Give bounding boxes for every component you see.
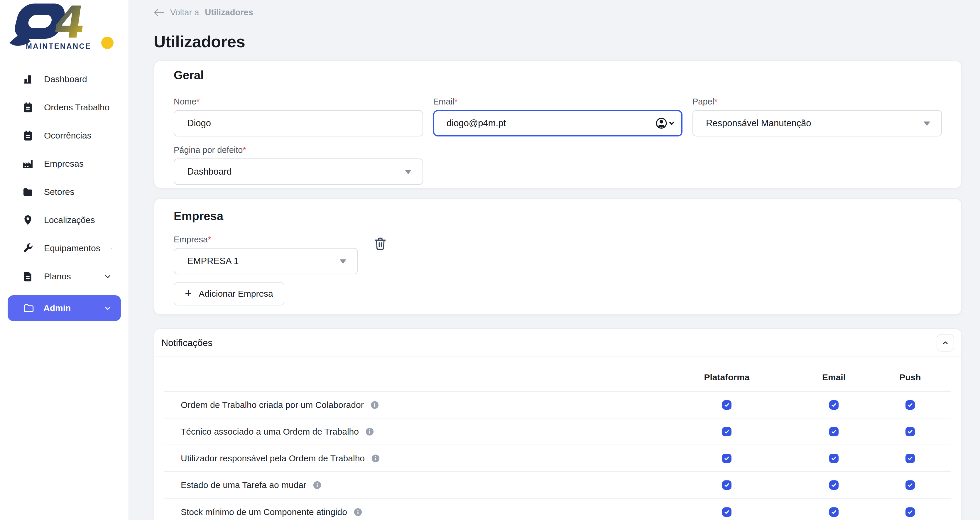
- document-icon: [22, 270, 34, 282]
- sidebar-item-ordens-trabalho[interactable]: Ordens Trabalho: [0, 93, 129, 121]
- checkbox-push[interactable]: [905, 507, 915, 517]
- table-row: Stock mínimo de um Componente atingido: [164, 499, 951, 520]
- sidebar-item-admin[interactable]: Admin: [8, 295, 121, 321]
- sidebar-item-label: Ordens Trabalho: [44, 102, 110, 112]
- clipboard-icon: [22, 102, 34, 113]
- checkbox-email[interactable]: [829, 427, 838, 436]
- checkbox-push[interactable]: [905, 480, 915, 490]
- chevron-down-icon: [111, 244, 112, 253]
- notification-row-label: Utilizador responsável pela Ordem de Tra…: [181, 453, 365, 463]
- trash-icon: [373, 236, 387, 252]
- nome-input[interactable]: [174, 110, 423, 137]
- email-label: Email*: [433, 97, 682, 107]
- info-icon[interactable]: [353, 508, 363, 517]
- table-row: Estado de uma Tarefa ao mudar: [164, 472, 951, 499]
- breadcrumb-target: Utilizadores: [205, 8, 253, 17]
- checkbox-email[interactable]: [829, 480, 838, 490]
- papel-label: Papel*: [692, 97, 942, 107]
- pagina-select[interactable]: Dashboard: [174, 159, 423, 185]
- brand-logo[interactable]: 4 MAINTENANCE: [0, 0, 129, 52]
- papel-selected-value: Responsável Manutenção: [706, 118, 928, 129]
- collapse-section-button[interactable]: [937, 334, 954, 351]
- section-empresa: Empresa Empresa* EMPRESA 1: [154, 198, 962, 315]
- field-email: Email*: [433, 97, 682, 137]
- email-input[interactable]: [433, 110, 682, 137]
- table-row: Técnico associado a uma Ordem de Trabalh…: [164, 418, 951, 445]
- sidebar-item-label: Admin: [43, 303, 71, 313]
- pagina-selected-value: Dashboard: [187, 166, 410, 177]
- page-title: Utilizadores: [154, 32, 962, 51]
- notification-row-label: Estado de uma Tarefa ao mudar: [181, 480, 306, 490]
- sidebar-item-planos[interactable]: Planos: [0, 262, 129, 291]
- required-mark: *: [196, 97, 199, 106]
- column-header-email: Email: [781, 372, 887, 382]
- section-geral: Geral Nome* Email* Papel: [154, 60, 962, 188]
- papel-select[interactable]: Responsável Manutenção: [692, 110, 942, 137]
- sidebar-item-setores[interactable]: Setores: [0, 178, 129, 206]
- notifications-table-header: Plataforma Email Push: [164, 357, 951, 392]
- plus-icon: +: [185, 287, 192, 299]
- pagina-label: Página por defeito*: [174, 145, 423, 155]
- field-papel: Papel* Responsável Manutenção: [692, 97, 942, 137]
- folder-icon: [22, 186, 34, 198]
- wrench-icon: [22, 242, 34, 254]
- checkbox-email[interactable]: [829, 400, 838, 410]
- svg-text:MAINTENANCE: MAINTENANCE: [26, 42, 91, 50]
- sidebar-item-dashboard[interactable]: Dashboard: [0, 65, 129, 93]
- sidebar-menu: Dashboard Ordens Trabalho Ocorrências Em…: [0, 52, 129, 321]
- main-content: Voltar a Utilizadores Utilizadores Geral…: [129, 0, 980, 520]
- dropdown-caret-icon: [924, 121, 930, 126]
- empresa-select[interactable]: EMPRESA 1: [174, 248, 358, 274]
- factory-icon: [22, 158, 34, 170]
- info-icon[interactable]: [365, 427, 374, 436]
- sidebar-item-localizacoes[interactable]: Localizações: [0, 206, 129, 234]
- notification-row-label: Stock mínimo de um Componente atingido: [181, 507, 347, 517]
- sidebar-item-ocorrencias[interactable]: Ocorrências: [0, 121, 129, 149]
- sidebar: 4 MAINTENANCE Dashboard Ordens Trabalho …: [0, 0, 129, 520]
- chevron-down-icon: [103, 304, 112, 313]
- checkbox-email[interactable]: [829, 454, 838, 463]
- sidebar-item-label: Ocorrências: [44, 130, 92, 141]
- svg-text:4: 4: [51, 2, 89, 48]
- sidebar-item-empresas[interactable]: Empresas: [0, 149, 129, 178]
- checkbox-plataforma[interactable]: [722, 400, 732, 410]
- checkbox-push[interactable]: [905, 400, 915, 410]
- remove-empresa-button[interactable]: [373, 236, 387, 252]
- checkbox-plataforma[interactable]: [722, 454, 732, 463]
- back-arrow-icon: [154, 8, 164, 17]
- add-empresa-button[interactable]: + Adicionar Empresa: [174, 282, 284, 305]
- checkbox-plataforma[interactable]: [722, 507, 732, 517]
- autofill-account-icon[interactable]: [655, 116, 675, 130]
- dropdown-caret-icon: [405, 170, 411, 174]
- info-icon[interactable]: [371, 454, 380, 463]
- empresa-label: Empresa*: [174, 235, 358, 245]
- table-row: Utilizador responsável pela Ordem de Tra…: [164, 445, 951, 472]
- info-icon[interactable]: [313, 481, 321, 490]
- required-mark: *: [208, 235, 211, 244]
- chevron-down-icon: [103, 272, 112, 281]
- required-mark: *: [455, 97, 458, 106]
- checkbox-push[interactable]: [905, 454, 915, 463]
- field-pagina-defeito: Página por defeito* Dashboard: [174, 145, 423, 185]
- p4-maintenance-logo-icon: 4 MAINTENANCE: [4, 2, 119, 52]
- bar-chart-icon: [22, 73, 34, 85]
- nome-label: Nome*: [174, 97, 423, 107]
- breadcrumb-back-link[interactable]: Voltar a Utilizadores: [154, 8, 253, 17]
- notifications-table: Plataforma Email Push Ordem de Trabalho …: [164, 357, 951, 520]
- sidebar-item-label: Dashboard: [44, 74, 87, 84]
- column-header-plataforma: Plataforma: [673, 372, 781, 382]
- checkbox-push[interactable]: [905, 427, 915, 436]
- clipboard-icon: [22, 130, 34, 142]
- table-row: Ordem de Trabalho criada por um Colabora…: [164, 392, 951, 418]
- notification-row-label: Ordem de Trabalho criada por um Colabora…: [181, 400, 364, 410]
- checkbox-plataforma[interactable]: [722, 427, 732, 436]
- folder-outline-icon: [23, 302, 35, 314]
- chevron-up-icon: [941, 338, 950, 347]
- section-notificacoes: Notificações Plataforma Email Push Ordem…: [154, 328, 962, 520]
- checkbox-plataforma[interactable]: [722, 480, 732, 490]
- sidebar-item-equipamentos[interactable]: Equipamentos: [0, 234, 129, 262]
- checkbox-email[interactable]: [829, 507, 838, 517]
- sidebar-item-label: Localizações: [44, 215, 95, 225]
- info-icon[interactable]: [370, 401, 379, 409]
- breadcrumb-text: Voltar a: [170, 8, 199, 17]
